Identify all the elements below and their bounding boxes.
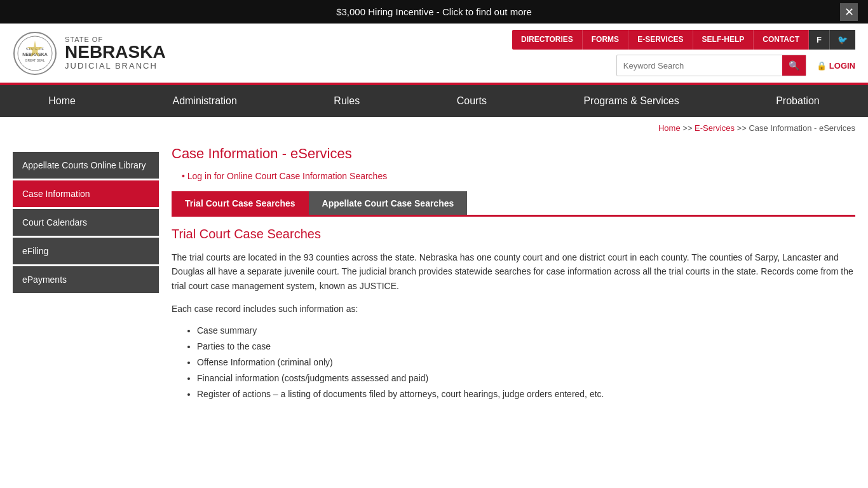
sidebar-item-case-information[interactable]: Case Information — [13, 180, 159, 207]
section-body: The trial courts are located in the 93 c… — [172, 250, 855, 293]
login-button[interactable]: 🔒 LOGIN — [817, 61, 855, 71]
nav-courts[interactable]: Courts — [438, 85, 506, 117]
top-nav-contact[interactable]: CONTACT — [754, 30, 809, 50]
search-box: 🔍 — [616, 55, 806, 76]
sidebar: Appellate Courts Online Library Case Inf… — [13, 152, 159, 403]
login-link[interactable]: Log in for Online Court Case Information… — [172, 171, 855, 181]
hiring-banner[interactable]: $3,000 Hiring Incentive - Click to find … — [0, 0, 868, 24]
site-header: STATE OF NEBRASKA GREAT SEAL STATE OF NE… — [0, 24, 868, 85]
search-input[interactable] — [617, 57, 782, 75]
logo-nebraska: NEBRASKA — [65, 43, 166, 61]
sidebar-item-efiling[interactable]: eFiling — [13, 238, 159, 264]
breadcrumb-sep2: >> — [737, 123, 749, 133]
sidebar-item-appellate-library[interactable]: Appellate Courts Online Library — [13, 152, 159, 179]
tab-appellate-court[interactable]: Appellate Court Case Searches — [309, 191, 468, 215]
nav-home[interactable]: Home — [29, 85, 95, 117]
banner-text: $3,000 Hiring Incentive - Click to find … — [336, 6, 532, 17]
header-right: DIRECTORIES FORMS E-SERVICES SELF-HELP C… — [512, 30, 855, 76]
logo-branch: JUDICIAL BRANCH — [65, 61, 166, 71]
state-seal-icon: STATE OF NEBRASKA GREAT SEAL — [13, 31, 57, 76]
logo-text: STATE OF NEBRASKA JUDICIAL BRANCH — [65, 36, 166, 71]
svg-text:GREAT SEAL: GREAT SEAL — [25, 58, 45, 62]
breadcrumb-sep1: >> — [682, 123, 695, 133]
each-record-label: Each case record includes such informati… — [172, 302, 855, 316]
login-label: LOGIN — [829, 61, 855, 71]
main-navigation: Home Administration Rules Courts Program… — [0, 85, 868, 117]
top-nav-eservices[interactable]: E-SERVICES — [628, 30, 693, 50]
facebook-icon[interactable]: f — [809, 30, 830, 50]
top-nav-directories[interactable]: DIRECTORIES — [512, 30, 583, 50]
top-navigation: DIRECTORIES FORMS E-SERVICES SELF-HELP C… — [512, 30, 855, 50]
sidebar-item-epayments[interactable]: ePayments — [13, 266, 159, 293]
search-login-row: 🔍 🔒 LOGIN — [616, 55, 855, 76]
search-button[interactable]: 🔍 — [782, 55, 806, 76]
tab-trial-court[interactable]: Trial Court Case Searches — [172, 191, 309, 215]
twitter-icon[interactable]: 🐦 — [830, 30, 855, 50]
list-item: Offense Information (criminal only) — [197, 355, 855, 370]
breadcrumb-current: Case Information - eServices — [749, 123, 855, 133]
top-nav-selfhelp[interactable]: SELF-HELP — [693, 30, 754, 50]
logo: STATE OF NEBRASKA GREAT SEAL STATE OF NE… — [13, 31, 166, 76]
main-content: Case Information - eServices Log in for … — [172, 146, 855, 403]
top-nav-forms[interactable]: FORMS — [583, 30, 628, 50]
record-list: Case summary Parties to the case Offense… — [172, 323, 855, 403]
breadcrumb: Home >> E-Services >> Case Information -… — [0, 117, 868, 139]
nav-probation[interactable]: Probation — [757, 85, 839, 117]
nav-programs[interactable]: Programs & Services — [564, 85, 698, 117]
list-item: Financial information (costs/judgments a… — [197, 370, 855, 386]
sidebar-item-court-calendars[interactable]: Court Calendars — [13, 209, 159, 236]
list-item: Parties to the case — [197, 339, 855, 355]
lock-icon: 🔒 — [817, 61, 827, 71]
content-area: Appellate Courts Online Library Case Inf… — [0, 139, 868, 416]
list-item: Register of actions – a listing of docum… — [197, 386, 855, 402]
breadcrumb-home[interactable]: Home — [658, 123, 681, 133]
banner-close-button[interactable]: ✕ — [840, 3, 858, 21]
nav-administration[interactable]: Administration — [153, 85, 255, 117]
page-title: Case Information - eServices — [172, 146, 855, 162]
breadcrumb-eservices[interactable]: E-Services — [695, 123, 735, 133]
tabs: Trial Court Case Searches Appellate Cour… — [172, 191, 855, 217]
nav-rules[interactable]: Rules — [315, 85, 379, 117]
list-item: Case summary — [197, 323, 855, 339]
section-title: Trial Court Case Searches — [172, 227, 855, 241]
